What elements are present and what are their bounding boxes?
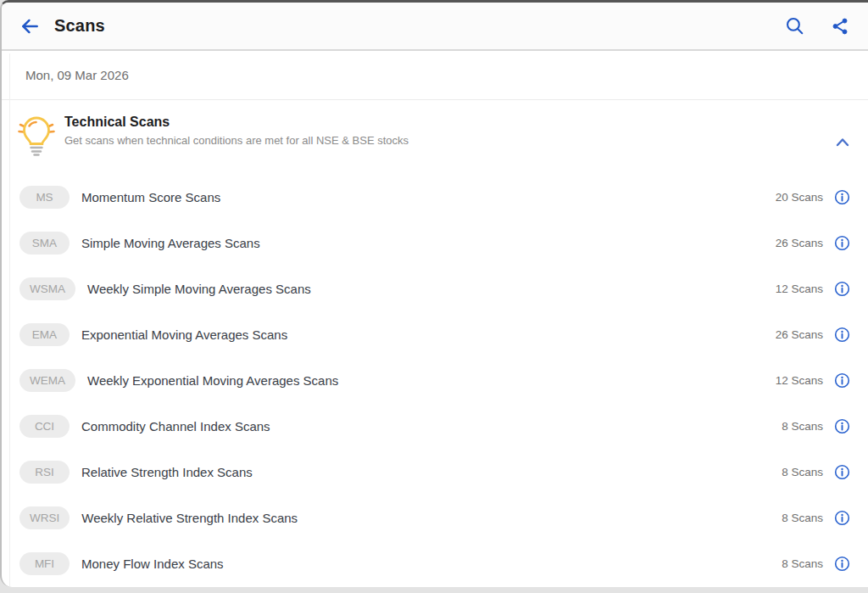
scan-code-badge: SMA (19, 232, 70, 255)
info-button[interactable] (834, 281, 850, 297)
info-icon (834, 372, 850, 389)
info-button[interactable] (834, 418, 850, 434)
search-icon (784, 15, 805, 36)
scan-label: Weekly Relative Strength Index Scans (81, 511, 298, 525)
info-icon (834, 189, 850, 205)
app-bar: Scans (2, 3, 868, 51)
scan-list-item[interactable]: MS Momentum Score Scans 20 Scans (2, 174, 868, 220)
info-icon (834, 464, 850, 480)
scans-screen: Scans (0, 0, 868, 587)
scan-code-badge: CCI (19, 415, 70, 438)
search-button[interactable] (784, 15, 805, 36)
scan-list-item[interactable]: CCI Commodity Channel Index Scans 8 Scan… (2, 403, 868, 449)
chevron-up-icon (836, 137, 849, 147)
technical-scans-header[interactable]: Technical Scans Get scans when technical… (2, 100, 868, 171)
scan-label: Simple Moving Averages Scans (81, 236, 260, 250)
info-icon (834, 327, 850, 343)
scan-count: 26 Scans (776, 328, 823, 341)
back-button[interactable] (19, 15, 41, 37)
scan-code-badge: WSMA (19, 277, 75, 300)
info-button[interactable] (834, 189, 850, 205)
date-bar: Mon, 09 Mar 2026 (2, 51, 868, 100)
scan-list-item[interactable]: WSMA Weekly Simple Moving Averages Scans… (2, 266, 868, 311)
info-button[interactable] (834, 372, 850, 389)
scan-label: Momentum Score Scans (81, 190, 220, 204)
scan-list-item[interactable]: MFI Money Flow Index Scans 8 Scans (2, 540, 868, 586)
scan-count: 12 Scans (776, 374, 823, 387)
info-icon (834, 418, 850, 434)
share-icon (831, 17, 849, 36)
scan-code-badge: MFI (19, 552, 70, 575)
scan-label: Money Flow Index Scans (81, 557, 224, 571)
section-title: Technical Scans (64, 115, 409, 130)
section-subtitle: Get scans when technical conditions are … (64, 134, 409, 147)
scan-count: 8 Scans (782, 557, 823, 570)
scan-code-badge: WRSI (19, 506, 70, 529)
scan-label: Relative Strength Index Scans (81, 465, 253, 479)
scan-label: Exponential Moving Averages Scans (81, 327, 287, 342)
scan-count: 8 Scans (782, 512, 823, 524)
info-button[interactable] (834, 235, 850, 251)
info-button[interactable] (834, 327, 850, 343)
scan-count: 8 Scans (782, 466, 823, 478)
scan-code-badge: MS (19, 186, 70, 209)
back-arrow-icon (19, 15, 41, 37)
scan-code-badge: WEMA (19, 369, 75, 392)
scan-label: Weekly Simple Moving Averages Scans (87, 282, 311, 296)
scan-list-item[interactable]: WRSI Weekly Relative Strength Index Scan… (2, 495, 868, 540)
info-icon (834, 556, 850, 572)
scan-list-item[interactable]: SMA Simple Moving Averages Scans 26 Scan… (2, 220, 868, 266)
info-icon (834, 281, 850, 297)
scan-count: 8 Scans (782, 420, 823, 433)
scan-list-item[interactable]: WEMA Weekly Exponential Moving Averages … (2, 357, 868, 403)
page-title: Scans (54, 16, 784, 36)
scan-label: Weekly Exponential Moving Averages Scans (87, 373, 338, 388)
collapse-section-button[interactable] (836, 137, 849, 147)
info-button[interactable] (834, 510, 850, 526)
scan-count: 20 Scans (776, 191, 823, 204)
scan-list: MS Momentum Score Scans 20 Scans SMA Sim… (2, 171, 868, 586)
scan-code-badge: EMA (19, 323, 70, 346)
date-label: Mon, 09 Mar 2026 (25, 68, 129, 82)
lightbulb-icon (17, 113, 58, 157)
scan-count: 26 Scans (776, 237, 823, 249)
scan-label: Commodity Channel Index Scans (81, 419, 270, 434)
scan-list-item[interactable]: RSI Relative Strength Index Scans 8 Scan… (2, 449, 868, 495)
scan-code-badge: RSI (19, 461, 70, 484)
info-icon (834, 235, 850, 251)
scan-count: 12 Scans (776, 283, 823, 295)
share-button[interactable] (831, 17, 849, 36)
info-button[interactable] (834, 556, 850, 572)
info-icon (834, 510, 850, 526)
info-button[interactable] (834, 464, 850, 480)
scan-list-item[interactable]: EMA Exponential Moving Averages Scans 26… (2, 311, 868, 357)
